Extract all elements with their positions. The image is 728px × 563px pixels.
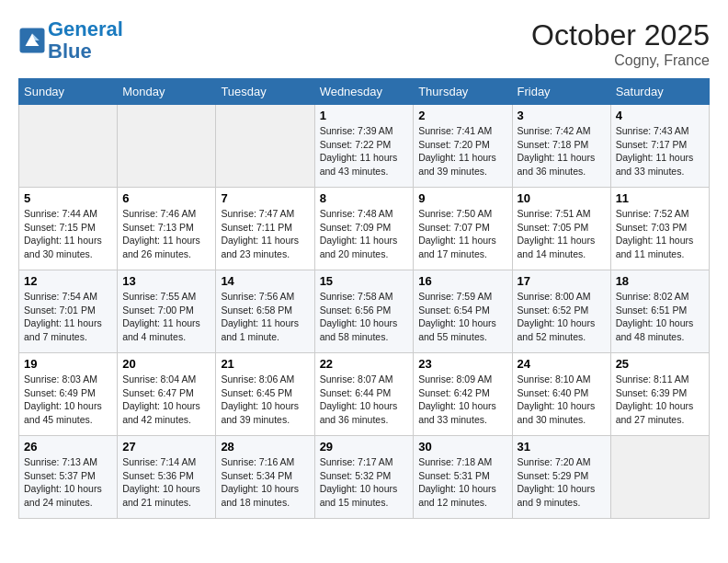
day-info: Sunrise: 7:14 AM Sunset: 5:36 PM Dayligh…: [122, 455, 210, 510]
day-info: Sunrise: 7:55 AM Sunset: 7:00 PM Dayligh…: [122, 290, 210, 344]
day-number: 31: [518, 440, 606, 454]
week-row-5: 26Sunrise: 7:13 AM Sunset: 5:37 PM Dayli…: [19, 436, 710, 519]
day-info: Sunrise: 7:16 AM Sunset: 5:34 PM Dayligh…: [221, 455, 309, 510]
day-number: 24: [518, 357, 606, 371]
page-header: General Blue October 2025 Cogny, France: [18, 18, 710, 69]
day-cell: 21Sunrise: 8:06 AM Sunset: 6:45 PM Dayli…: [216, 353, 314, 436]
day-cell: 6Sunrise: 7:46 AM Sunset: 7:13 PM Daylig…: [118, 188, 216, 270]
day-cell: [19, 105, 118, 188]
day-info: Sunrise: 7:39 AM Sunset: 7:22 PM Dayligh…: [320, 124, 409, 178]
day-number: 11: [616, 191, 704, 205]
logo-line1: General: [48, 17, 123, 40]
header-cell-sunday: Sunday: [19, 79, 118, 105]
day-info: Sunrise: 7:52 AM Sunset: 7:03 PM Dayligh…: [616, 207, 704, 261]
day-info: Sunrise: 7:44 AM Sunset: 7:15 PM Dayligh…: [24, 207, 112, 261]
day-cell: 16Sunrise: 7:59 AM Sunset: 6:54 PM Dayli…: [414, 270, 512, 353]
day-cell: 30Sunrise: 7:18 AM Sunset: 5:31 PM Dayli…: [414, 436, 512, 519]
day-cell: 14Sunrise: 7:56 AM Sunset: 6:58 PM Dayli…: [216, 270, 314, 353]
logo: General Blue: [18, 18, 123, 63]
day-number: 1: [320, 109, 409, 122]
day-number: 16: [418, 274, 506, 288]
day-number: 17: [518, 274, 606, 288]
day-number: 22: [320, 357, 409, 371]
logo-text: General Blue: [48, 18, 123, 63]
week-row-1: 1Sunrise: 7:39 AM Sunset: 7:22 PM Daylig…: [19, 105, 710, 188]
day-number: 18: [616, 274, 704, 288]
week-row-4: 19Sunrise: 8:03 AM Sunset: 6:49 PM Dayli…: [19, 353, 710, 436]
header-cell-saturday: Saturday: [610, 79, 709, 105]
day-number: 28: [221, 440, 309, 454]
day-info: Sunrise: 8:03 AM Sunset: 6:49 PM Dayligh…: [24, 373, 112, 427]
day-number: 21: [221, 357, 309, 371]
day-info: Sunrise: 7:51 AM Sunset: 7:05 PM Dayligh…: [518, 207, 606, 261]
day-info: Sunrise: 8:09 AM Sunset: 6:42 PM Dayligh…: [418, 373, 506, 427]
title-block: October 2025 Cogny, France: [531, 18, 710, 69]
day-cell: 31Sunrise: 7:20 AM Sunset: 5:29 PM Dayli…: [512, 436, 610, 519]
day-number: 19: [24, 357, 112, 371]
day-info: Sunrise: 7:13 AM Sunset: 5:37 PM Dayligh…: [24, 455, 112, 510]
day-number: 13: [122, 274, 210, 288]
day-info: Sunrise: 7:46 AM Sunset: 7:13 PM Dayligh…: [122, 207, 210, 261]
day-cell: 5Sunrise: 7:44 AM Sunset: 7:15 PM Daylig…: [19, 188, 118, 270]
logo-icon: [18, 27, 46, 54]
day-number: 30: [418, 440, 506, 454]
header-cell-monday: Monday: [118, 79, 216, 105]
day-number: 8: [320, 191, 409, 205]
day-number: 3: [518, 109, 606, 122]
day-info: Sunrise: 8:11 AM Sunset: 6:39 PM Dayligh…: [616, 373, 704, 427]
day-info: Sunrise: 7:48 AM Sunset: 7:09 PM Dayligh…: [320, 207, 409, 261]
day-info: Sunrise: 7:50 AM Sunset: 7:07 PM Dayligh…: [418, 207, 506, 261]
day-info: Sunrise: 8:10 AM Sunset: 6:40 PM Dayligh…: [518, 373, 606, 427]
header-cell-thursday: Thursday: [414, 79, 512, 105]
day-info: Sunrise: 8:06 AM Sunset: 6:45 PM Dayligh…: [221, 373, 309, 427]
day-info: Sunrise: 7:18 AM Sunset: 5:31 PM Dayligh…: [418, 455, 506, 510]
day-cell: 23Sunrise: 8:09 AM Sunset: 6:42 PM Dayli…: [414, 353, 512, 436]
day-cell: 13Sunrise: 7:55 AM Sunset: 7:00 PM Dayli…: [118, 270, 216, 353]
day-cell: 19Sunrise: 8:03 AM Sunset: 6:49 PM Dayli…: [19, 353, 118, 436]
day-cell: 12Sunrise: 7:54 AM Sunset: 7:01 PM Dayli…: [19, 270, 118, 353]
day-cell: 22Sunrise: 8:07 AM Sunset: 6:44 PM Dayli…: [314, 353, 414, 436]
day-cell: 20Sunrise: 8:04 AM Sunset: 6:47 PM Dayli…: [118, 353, 216, 436]
day-cell: 10Sunrise: 7:51 AM Sunset: 7:05 PM Dayli…: [512, 188, 610, 270]
day-number: 25: [616, 357, 704, 371]
day-info: Sunrise: 8:00 AM Sunset: 6:52 PM Dayligh…: [518, 290, 606, 344]
day-number: 12: [24, 274, 112, 288]
day-cell: [216, 105, 314, 188]
day-cell: 7Sunrise: 7:47 AM Sunset: 7:11 PM Daylig…: [216, 188, 314, 270]
header-cell-wednesday: Wednesday: [314, 79, 414, 105]
day-number: 10: [518, 191, 606, 205]
day-number: 27: [122, 440, 210, 454]
day-number: 5: [24, 191, 112, 205]
day-info: Sunrise: 7:42 AM Sunset: 7:18 PM Dayligh…: [518, 124, 606, 178]
week-row-2: 5Sunrise: 7:44 AM Sunset: 7:15 PM Daylig…: [19, 188, 710, 270]
month-title: October 2025: [531, 18, 710, 52]
day-info: Sunrise: 8:04 AM Sunset: 6:47 PM Dayligh…: [122, 373, 210, 427]
day-cell: 17Sunrise: 8:00 AM Sunset: 6:52 PM Dayli…: [512, 270, 610, 353]
day-cell: 4Sunrise: 7:43 AM Sunset: 7:17 PM Daylig…: [610, 105, 709, 188]
day-info: Sunrise: 7:47 AM Sunset: 7:11 PM Dayligh…: [221, 207, 309, 261]
day-info: Sunrise: 7:17 AM Sunset: 5:32 PM Dayligh…: [320, 455, 409, 510]
calendar-table: SundayMondayTuesdayWednesdayThursdayFrid…: [18, 78, 710, 519]
day-cell: 11Sunrise: 7:52 AM Sunset: 7:03 PM Dayli…: [610, 188, 709, 270]
day-cell: 1Sunrise: 7:39 AM Sunset: 7:22 PM Daylig…: [314, 105, 414, 188]
day-number: 4: [616, 109, 704, 122]
day-number: 20: [122, 357, 210, 371]
day-number: 26: [24, 440, 112, 454]
day-cell: 28Sunrise: 7:16 AM Sunset: 5:34 PM Dayli…: [216, 436, 314, 519]
header-cell-tuesday: Tuesday: [216, 79, 314, 105]
day-cell: 2Sunrise: 7:41 AM Sunset: 7:20 PM Daylig…: [414, 105, 512, 188]
day-cell: 8Sunrise: 7:48 AM Sunset: 7:09 PM Daylig…: [314, 188, 414, 270]
day-info: Sunrise: 7:54 AM Sunset: 7:01 PM Dayligh…: [24, 290, 112, 344]
day-number: 2: [418, 109, 506, 122]
day-cell: 26Sunrise: 7:13 AM Sunset: 5:37 PM Dayli…: [19, 436, 118, 519]
day-info: Sunrise: 8:02 AM Sunset: 6:51 PM Dayligh…: [616, 290, 704, 344]
day-cell: 25Sunrise: 8:11 AM Sunset: 6:39 PM Dayli…: [610, 353, 709, 436]
week-row-3: 12Sunrise: 7:54 AM Sunset: 7:01 PM Dayli…: [19, 270, 710, 353]
day-cell: 18Sunrise: 8:02 AM Sunset: 6:51 PM Dayli…: [610, 270, 709, 353]
day-info: Sunrise: 7:41 AM Sunset: 7:20 PM Dayligh…: [418, 124, 506, 178]
day-number: 29: [320, 440, 409, 454]
day-number: 9: [418, 191, 506, 205]
day-number: 7: [221, 191, 309, 205]
logo-line2: Blue: [48, 40, 92, 63]
day-cell: 9Sunrise: 7:50 AM Sunset: 7:07 PM Daylig…: [414, 188, 512, 270]
